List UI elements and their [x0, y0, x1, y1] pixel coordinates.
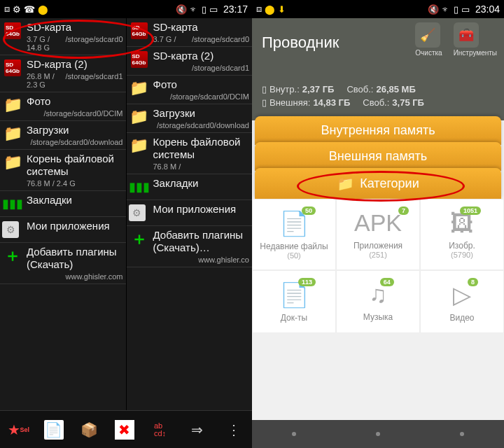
file-entry[interactable]: SD64Gb SD-карта 3.7 G //storage/sdcard0: [127, 18, 253, 47]
folder-icon: 📁: [130, 107, 149, 127]
external-free-label: Своб.: 3,75 ГБ: [363, 97, 424, 108]
file-entry[interactable]: ＋ Добавить плагины (Скачать)… www.ghisle…: [127, 226, 253, 267]
internal-storage-label: ▯ Внутр.: 2,37 ГБ: [262, 84, 334, 94]
category-cell[interactable]: APK7 Приложения (251): [336, 199, 420, 270]
file-entry[interactable]: 📁 Загрузки /storage/sdcard0/download: [127, 104, 253, 133]
category-count: (251): [340, 251, 416, 259]
menu-button[interactable]: ⋮: [223, 419, 245, 441]
category-count: (50): [255, 251, 332, 260]
file-entry[interactable]: SD64Gb SD-карта 3.7 G / 14.8 G/storage/s…: [0, 18, 126, 55]
mute-icon: 🔇: [428, 4, 439, 15]
entry-path: /storage/sdcard1: [156, 64, 250, 72]
tab-categories[interactable]: 📁 Категории: [255, 168, 501, 199]
category-cell[interactable]: 📄50 Недавние файлы (50): [252, 199, 336, 270]
badge: 50: [302, 206, 316, 215]
status-bar: ⧈ ⬤ ⬇ 🔇 ᯤ ▯ ▭ 23:04: [252, 0, 504, 18]
file-entry[interactable]: ⚙ Мои приложения: [0, 217, 126, 243]
plus-icon: ＋: [130, 229, 149, 248]
badge: 64: [380, 278, 394, 286]
app-header: Проводник 🧹 Очистка 🧰 Инструменты: [252, 18, 504, 78]
file-entry[interactable]: 📁 Фото /storage/sdcard0/DCIM: [0, 92, 126, 121]
plus-icon: ⧈: [4, 4, 10, 15]
entry-title: Корень файловой системы: [153, 136, 250, 161]
entry-path: /storage/sdcard1: [66, 72, 123, 89]
entry-path: /storage/sdcard0/DCIM: [156, 92, 250, 101]
category-icon: 📄113: [279, 281, 309, 309]
folder-icon: 📁: [3, 124, 22, 144]
nav-back[interactable]: [292, 432, 296, 436]
folder-icon: 📁: [337, 175, 354, 192]
battery-icon: ▭: [461, 4, 470, 15]
category-title: Изобр.: [424, 241, 500, 251]
pack-button[interactable]: 📦: [78, 419, 100, 441]
bottom-toolbar: ★Sel 📄 📦 ✖ abcd↕ ⇒ ⋮: [0, 410, 252, 448]
sort-button[interactable]: abcd↕: [149, 419, 172, 441]
entry-size: 26.8 M / 2.3 G: [27, 72, 63, 89]
file-entry[interactable]: ⚙ Мои приложения: [127, 200, 253, 226]
entry-path: /storage/sdcard0/download: [29, 138, 123, 146]
sd-icon: SD64Gb: [3, 21, 22, 41]
file-entry[interactable]: ＋ Добавить плагины (Скачать) www.ghisler…: [0, 243, 126, 284]
entry-title: SD-карта: [27, 21, 123, 34]
file-entry[interactable]: SD64Gb SD-карта (2) /storage/sdcard1: [127, 47, 253, 76]
nav-home[interactable]: [376, 432, 380, 436]
wifi-icon: ᯤ: [442, 4, 451, 15]
broom-icon: 🧹: [415, 22, 440, 48]
arrow-button[interactable]: ⇒: [186, 419, 208, 441]
file-entry[interactable]: 📁 Корень файловой системы 76.8 M /: [127, 133, 253, 174]
file-entry[interactable]: 📁 Корень файловой системы 76.8 M / 2.4 G: [0, 150, 126, 191]
entry-size: 76.8 M /: [153, 162, 181, 171]
category-count: (5790): [424, 251, 500, 259]
category-cell[interactable]: ♫64 Музыка: [336, 270, 420, 333]
file-entry[interactable]: SD64Gb SD-карта (2) 26.8 M / 2.3 G/stora…: [0, 55, 126, 92]
clock: 23:04: [475, 4, 500, 15]
folder-icon: 📁: [3, 153, 22, 172]
signal-icon: ▯: [202, 4, 206, 15]
entry-title: Фото: [153, 78, 250, 91]
category-title: Док-ты: [255, 313, 332, 323]
entry-title: Корень файловой системы: [27, 153, 123, 178]
entry-title: SD-карта (2): [27, 58, 123, 71]
select-button[interactable]: ★Sel: [7, 419, 29, 441]
category-title: Недавние файлы: [255, 241, 332, 251]
sd-icon: SD64Gb: [3, 58, 22, 78]
category-icon: ▷8: [453, 281, 471, 309]
badge: 8: [468, 278, 478, 286]
category-icon: ♫64: [369, 281, 387, 308]
entry-path: /storage/sdcard0/DCIM: [29, 109, 123, 118]
clean-button[interactable]: 🧹 Очистка: [415, 22, 442, 57]
folder-icon: 📁: [130, 78, 149, 98]
entry-path: /storage/sdcard0: [66, 35, 123, 52]
entry-path: /storage/sdcard0: [179, 35, 249, 43]
tab-external[interactable]: Внешняя память: [255, 142, 501, 171]
category-cell[interactable]: ▷8 Видео: [420, 270, 504, 333]
plus-icon: ⧈: [256, 4, 262, 15]
file-entry[interactable]: ▮▮▮ Закладки: [0, 191, 126, 217]
copy-button[interactable]: 📄: [44, 420, 64, 440]
tools-button[interactable]: 🧰 Инструменты: [454, 22, 497, 57]
sd-icon: SD64Gb: [130, 50, 149, 69]
nav-recent[interactable]: [460, 432, 464, 436]
plus-icon: ＋: [3, 246, 22, 265]
gear-icon: ⚙: [13, 4, 21, 15]
entry-path: /storage/sdcard0/download: [156, 121, 250, 130]
app-icon: ⬤: [38, 4, 48, 15]
tab-internal[interactable]: Внутренняя память: [255, 116, 501, 145]
entry-size: 76.8 M / 2.4 G: [27, 179, 76, 188]
entry-path: [78, 179, 123, 188]
entry-title: Загрузки: [153, 107, 250, 120]
signal-icon: ▯: [454, 4, 458, 15]
app-icon: ⚙: [3, 220, 22, 239]
file-entry[interactable]: ▮▮▮ Закладки: [127, 174, 253, 200]
entry-title: Добавить плагины (Скачать)…: [153, 229, 250, 254]
bars-icon: ▮▮▮: [130, 177, 149, 197]
file-entry[interactable]: 📁 Фото /storage/sdcard0/DCIM: [127, 76, 253, 104]
category-cell[interactable]: 📄113 Док-ты: [252, 270, 336, 333]
entry-title: Фото: [27, 95, 123, 108]
download-icon: ⬇: [278, 4, 286, 15]
file-entry[interactable]: 📁 Загрузки /storage/sdcard0/download: [0, 121, 126, 150]
delete-button[interactable]: ✖: [115, 420, 134, 440]
mute-icon: 🔇: [176, 4, 187, 15]
category-cell[interactable]: 🖼1051 Изобр. (5790): [420, 199, 504, 270]
badge: 7: [398, 206, 409, 215]
